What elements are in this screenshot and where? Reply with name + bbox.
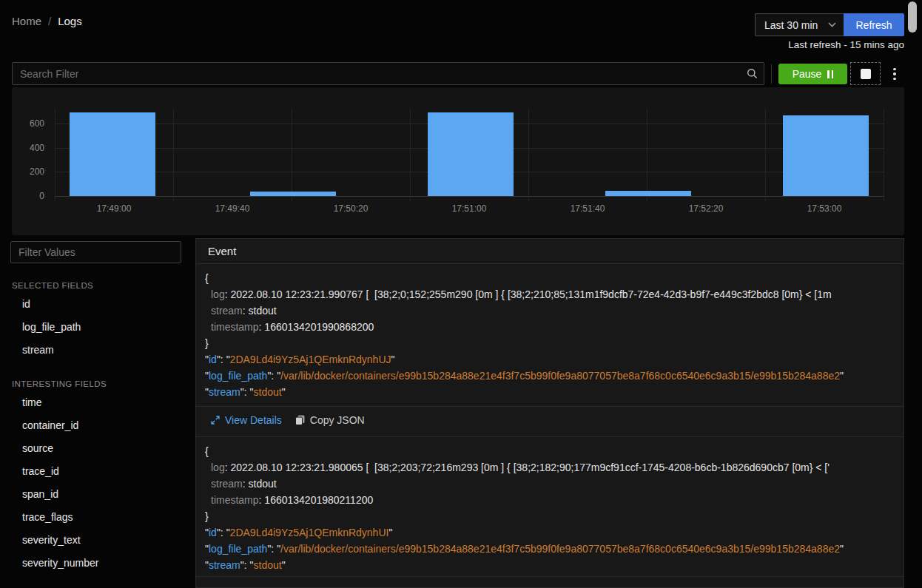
- event-list: {log: 2022.08.10 12:23:21.990767 [ [38;2…: [196, 264, 904, 577]
- y-axis-tick: 600: [30, 118, 44, 129]
- toolbar-divider: [771, 64, 772, 84]
- histogram-bar[interactable]: [783, 115, 869, 196]
- punctuation: ": [391, 354, 395, 365]
- event-panel: Event {log: 2022.08.10 12:23:21.990767 […: [195, 238, 904, 588]
- histogram-bar[interactable]: [70, 112, 155, 196]
- gridline-v: [765, 108, 766, 201]
- search-button[interactable]: [740, 62, 764, 85]
- search-input[interactable]: [12, 62, 741, 85]
- log-field-key: id: [209, 354, 217, 365]
- view-details-button[interactable]: View Details: [211, 414, 282, 426]
- json-close-brace: }: [196, 335, 904, 351]
- log-field-value: 2DA9Ld4i9Yz5Aj1QEmknRdynhUJ: [230, 354, 391, 365]
- log-body-key: timestamp: [211, 321, 259, 333]
- event-panel-header: Event: [196, 239, 904, 264]
- log-field-line: "log_file_path": "/var/lib/docker/contai…: [196, 541, 904, 557]
- log-body-line: log: 2022.08.10 12:23:21.980065 [ [38;2;…: [196, 459, 904, 476]
- sidebar-section-title: INTERESTING FIELDS: [12, 379, 181, 388]
- punctuation: ": ": [217, 354, 230, 365]
- copy-json-button[interactable]: Copy JSON: [295, 414, 365, 426]
- sidebar-field-id[interactable]: id: [10, 293, 181, 316]
- sidebar-field-trace_flags[interactable]: trace_flags: [10, 506, 181, 529]
- event-panel-title: Event: [208, 245, 236, 257]
- stop-icon: [861, 69, 871, 79]
- log-field-key: stream: [209, 386, 240, 398]
- sidebar-field-time[interactable]: time: [10, 391, 181, 414]
- log-body-value: 1660134201980211200: [264, 494, 373, 506]
- log-body-line: timestamp: 1660134201980211200: [196, 492, 904, 508]
- sidebar-field-span_id[interactable]: span_id: [10, 483, 181, 506]
- sidebar-sections: SELECTED FIELDSidlog_file_pathstreamINTE…: [10, 281, 181, 575]
- log-body-key: stream: [211, 305, 243, 317]
- time-range-select[interactable]: Last 30 min: [755, 13, 844, 36]
- histogram-bar[interactable]: [250, 192, 336, 196]
- fields-sidebar: SELECTED FIELDSidlog_file_pathstreamINTE…: [10, 238, 181, 588]
- punctuation: ": ": [217, 527, 230, 538]
- json-open-brace: {: [196, 443, 904, 459]
- breadcrumb-separator: /: [48, 15, 51, 27]
- sidebar-field-severity_text[interactable]: severity_text: [10, 529, 181, 552]
- stop-button[interactable]: [850, 62, 881, 85]
- scrollbar-thumb[interactable]: [908, 1, 917, 33]
- histogram-bar[interactable]: [428, 112, 514, 196]
- log-body-key: timestamp: [211, 494, 259, 506]
- gridline-v: [647, 108, 647, 201]
- copy-icon: [295, 415, 305, 425]
- sidebar-field-severity_number[interactable]: severity_number: [10, 552, 181, 575]
- expand-icon: [211, 416, 220, 425]
- sidebar-field-stream[interactable]: stream: [10, 339, 181, 362]
- log-body-key: log: [211, 288, 225, 300]
- x-axis-tick: 17:52:20: [689, 203, 724, 214]
- refresh-button[interactable]: Refresh: [844, 13, 904, 36]
- log-body-value: 2022.08.10 12:23:21.990767 [ [38;2;0;152…: [230, 288, 831, 300]
- gridline-v: [410, 108, 411, 201]
- log-body-value: stdout: [249, 305, 277, 317]
- punctuation: ": ": [240, 386, 254, 398]
- log-body-key: stream: [211, 478, 243, 490]
- log-field-value: /var/lib/docker/containers/e99b15b284a88…: [280, 543, 840, 555]
- kebab-menu-button[interactable]: [886, 64, 903, 84]
- log-field-line: "stream": "stdout": [196, 557, 904, 573]
- log-field-key: id: [209, 527, 217, 538]
- sidebar-field-container_id[interactable]: container_id: [10, 414, 181, 437]
- log-field-key: stream: [209, 559, 240, 571]
- log-field-line: "id": "2DA9Ld4i9Yz5Aj1QEmknRdynhUI": [196, 524, 904, 541]
- json-close-brace: }: [196, 508, 904, 524]
- breadcrumb: Home/Logs: [12, 15, 82, 27]
- chevron-down-icon: [828, 22, 836, 27]
- sidebar-field-source[interactable]: source: [10, 437, 181, 460]
- gridline-v: [173, 108, 174, 201]
- log-body-value: 1660134201990868200: [264, 321, 374, 333]
- log-body-line: timestamp: 1660134201990868200: [196, 319, 904, 335]
- punctuation: ": ": [267, 543, 280, 555]
- log-entry[interactable]: {log: 2022.08.10 12:23:21.990767 [ [38;2…: [196, 264, 904, 437]
- json-open-brace: {: [196, 270, 904, 286]
- gridline-v: [884, 108, 884, 201]
- log-body-line: stream: stdout: [196, 476, 904, 492]
- sidebar-field-trace_id[interactable]: trace_id: [10, 460, 181, 483]
- pause-button[interactable]: Pause: [778, 64, 847, 84]
- log-body-key: log: [211, 462, 225, 473]
- punctuation: ": ": [267, 370, 280, 382]
- sidebar-section-title: SELECTED FIELDS: [12, 281, 181, 290]
- log-body-line: log: 2022.08.10 12:23:21.990767 [ [38;2;…: [196, 286, 904, 303]
- log-field-value: 2DA9Ld4i9Yz5Aj1QEmknRdynhUI: [230, 527, 389, 538]
- log-field-key: log_file_path: [209, 370, 267, 382]
- log-entry-actions: View DetailsCopy JSON: [196, 406, 904, 433]
- log-field-value: /var/lib/docker/containers/e99b15b284a88…: [280, 370, 840, 382]
- punctuation: ": [282, 559, 286, 571]
- filter-values-input[interactable]: [10, 241, 181, 263]
- y-axis-tick: 200: [30, 166, 44, 177]
- view-details-label: View Details: [225, 414, 282, 426]
- time-range-value: Last 30 min: [764, 19, 828, 31]
- pause-label: Pause: [793, 68, 822, 80]
- breadcrumb-home-link[interactable]: Home: [12, 15, 41, 27]
- log-field-line: "log_file_path": "/var/lib/docker/contai…: [196, 368, 904, 384]
- gridline-v: [528, 108, 529, 201]
- histogram-bar[interactable]: [605, 191, 691, 196]
- log-entry[interactable]: {log: 2022.08.10 12:23:21.980065 [ [38;2…: [196, 437, 904, 577]
- y-axis-tick: 0: [39, 191, 44, 201]
- sidebar-field-log_file_path[interactable]: log_file_path: [10, 316, 181, 339]
- copy-json-label: Copy JSON: [310, 414, 365, 426]
- last-refresh-status: Last refresh - 15 mins ago: [788, 39, 904, 50]
